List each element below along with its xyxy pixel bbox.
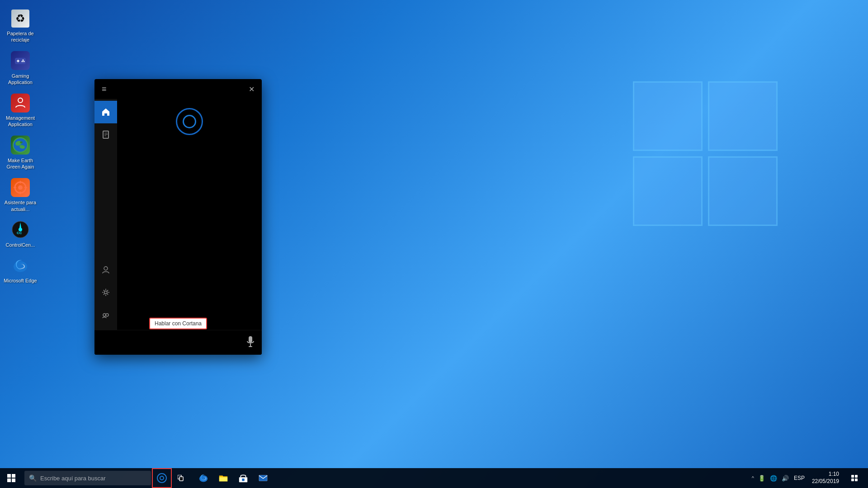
cortana-circle-inner [183,115,196,128]
svg-rect-22 [103,132,104,137]
svg-point-12 [18,185,23,190]
cortana-nav-account[interactable] [94,258,117,281]
cortana-taskbar-inner [160,476,164,480]
control-center-label: ControlCen... [6,242,35,248]
cortana-nav-bottom [94,258,117,330]
management-app-label: Management Application [2,115,39,128]
win-pane-3 [633,156,703,226]
svg-rect-32 [249,346,252,347]
svg-point-39 [199,475,208,482]
svg-text:CC: CC [17,231,22,235]
cortana-nav-settings[interactable] [94,281,117,304]
taskbar-tray: ^ 🔋 🌐 🔊 ESP 1:10 22/05/2019 [751,468,868,488]
svg-rect-15 [14,187,16,188]
cortana-body [94,99,262,330]
cortana-tooltip-text: Hablar con Cortana [155,320,202,327]
svg-point-28 [103,314,106,316]
cortana-content [117,99,262,330]
taskbar-search-icon: 🔍 [29,474,37,482]
desktop-icon-earth[interactable]: Make Earth Green Again [0,131,41,174]
svg-point-26 [104,267,108,270]
tray-network-icon[interactable]: 🌐 [769,474,778,483]
tray-battery-icon[interactable]: 🔋 [757,474,767,483]
edge-icon [10,255,31,276]
svg-rect-36 [12,479,15,482]
taskbar-cortana-button[interactable] [152,468,172,488]
tray-sound-icon[interactable]: 🔊 [780,474,790,483]
taskbar-app-edge[interactable] [193,468,213,488]
start-button[interactable] [0,468,23,488]
svg-point-27 [104,291,107,294]
win-pane-2 [708,81,778,151]
svg-point-20 [14,261,27,272]
svg-rect-14 [20,192,21,194]
control-center-icon: CC [10,220,31,240]
cortana-circle-logo [176,108,203,135]
svg-point-10 [20,141,23,143]
desktop-icon-control-center[interactable]: CC ControlCen... [0,216,41,252]
taskbar: 🔍 Escribe aquí para buscar [0,468,868,488]
tray-notification-button[interactable] [844,468,864,488]
recycle-bin-label: Papelera de reciclaje [2,30,39,43]
cortana-mic-button[interactable] [246,336,255,349]
desktop-icon-recycle-bin[interactable]: ♻ Papelera de reciclaje [0,5,41,47]
desktop-background: ♻ Papelera de reciclaje Gaming Ap [0,0,868,488]
svg-rect-42 [259,475,267,481]
taskbar-apps [192,468,751,488]
cortana-panel: ≡ ✕ [94,79,262,355]
svg-rect-44 [855,475,858,478]
desktop-icon-edge[interactable]: Microsoft Edge [0,252,41,287]
svg-rect-33 [7,474,11,478]
taskbar-app-store[interactable] [233,468,253,488]
svg-rect-16 [24,187,27,188]
tray-clock[interactable]: 1:10 22/05/2019 [808,471,843,485]
cortana-nav-feedback[interactable] [94,304,117,326]
svg-rect-34 [12,474,15,478]
taskbar-app-mail[interactable] [253,468,273,488]
desktop-icon-gaming[interactable]: Gaming Application [0,47,41,89]
taskbar-task-view-button[interactable] [172,468,192,488]
cortana-topbar: ≡ ✕ [94,79,262,99]
svg-rect-24 [104,134,108,135]
svg-rect-46 [855,479,858,481]
desktop-icon-management[interactable]: Management Application [0,89,41,131]
gaming-app-icon [10,51,31,71]
tray-expand-button[interactable]: ^ [751,474,755,482]
gaming-app-label: Gaming Application [2,73,39,86]
svg-rect-30 [249,336,252,343]
cortana-sidebar [94,99,117,330]
asistente-label: Asistente para actuali... [2,199,39,212]
cortana-taskbar-icon [157,473,167,483]
earth-green-icon [10,135,31,155]
cortana-nav-home[interactable] [94,101,117,123]
svg-point-7 [13,138,28,152]
svg-rect-45 [851,479,854,481]
svg-rect-35 [7,479,11,482]
cortana-nav-notebook[interactable] [94,123,117,146]
cortana-hamburger-button[interactable]: ≡ [100,83,108,96]
svg-point-5 [24,61,25,62]
svg-rect-41 [242,479,245,481]
cortana-close-button[interactable]: ✕ [247,83,256,95]
tray-date: 22/05/2019 [812,478,839,485]
svg-rect-31 [250,343,251,346]
svg-point-4 [22,61,23,62]
svg-point-3 [23,60,24,61]
win-pane-1 [633,81,703,151]
svg-rect-43 [851,475,854,478]
recycle-bin-icon: ♻ [10,8,31,28]
desktop-icon-asistente[interactable]: Asistente para actuali... [0,174,41,216]
management-app-icon [10,93,31,113]
cortana-tooltip: Hablar con Cortana [149,318,207,329]
taskbar-app-explorer[interactable] [213,468,233,488]
taskbar-search-bar[interactable]: 🔍 Escribe aquí para buscar [24,471,151,485]
cortana-bottom-bar: Hablar con Cortana [94,330,262,355]
desktop-icons-container: ♻ Papelera de reciclaje Gaming Ap [0,5,41,288]
svg-point-6 [18,98,23,103]
svg-point-29 [106,314,108,316]
earth-green-label: Make Earth Green Again [2,157,39,170]
tray-language[interactable]: ESP [792,474,807,482]
asistente-icon [10,177,31,197]
tray-time: 1:10 [812,471,839,478]
edge-label: Microsoft Edge [4,277,37,284]
